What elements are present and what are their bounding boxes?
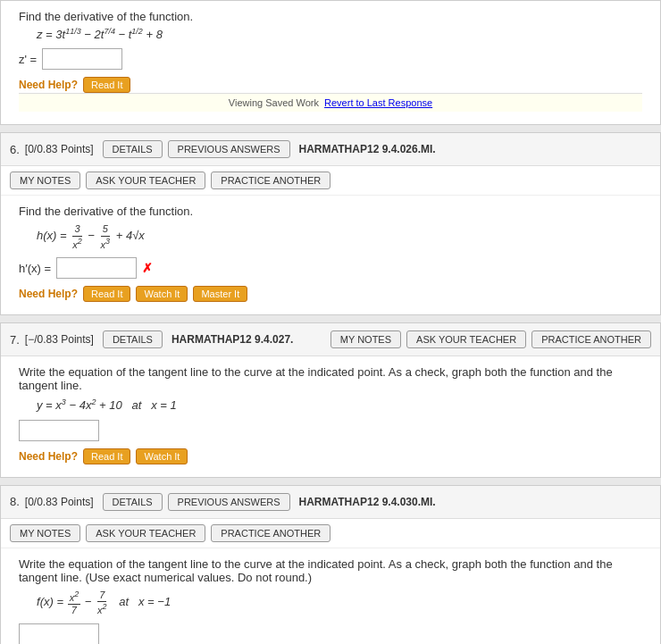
problem-6-answer-row: h′(x) = ✗: [19, 257, 642, 279]
problem-7-number: 7.: [10, 333, 20, 347]
problem-7-block: 7. [−/0.83 Points] DETAILS HARMATHAP12 9…: [0, 322, 661, 477]
problem-6-block: 6. [0/0.83 Points] DETAILS PREVIOUS ANSW…: [0, 132, 661, 315]
problem-7-practice-another-button[interactable]: PRACTICE ANOTHER: [531, 330, 651, 348]
problem-8-answer-row: [19, 623, 642, 644]
problem-8-practice-another-button[interactable]: PRACTICE ANOTHER: [211, 524, 330, 542]
problem-6-id: HARMATHAP12 9.4.026.MI.: [299, 143, 436, 155]
problem-6-need-help-label: Need Help?: [19, 288, 78, 300]
problem-6-master-it-button[interactable]: Master It: [193, 286, 247, 302]
top-section: Find the derivative of the function. z =…: [0, 0, 661, 125]
problem-7-answer-row: [19, 420, 642, 441]
top-answer-label: z' =: [19, 53, 37, 66]
problem-6-header: 6. [0/0.83 Points] DETAILS PREVIOUS ANSW…: [1, 133, 660, 166]
top-answer-row: z' =: [19, 48, 642, 70]
problem-6-description: Find the derivative of the function.: [19, 205, 642, 218]
frac-x2-7: x2 7: [68, 590, 81, 616]
problem-7-read-it-button[interactable]: Read It: [83, 448, 130, 464]
problem-8-previous-answers-button[interactable]: PREVIOUS ANSWERS: [168, 493, 290, 511]
top-answer-input[interactable]: [42, 48, 122, 70]
problem-7-header: 7. [−/0.83 Points] DETAILS HARMATHAP12 9…: [1, 323, 660, 356]
problem-6-need-help-row: Need Help? Read It Watch It Master It: [19, 286, 642, 302]
problem-7-answer-input[interactable]: [19, 420, 99, 441]
problem-6-previous-answers-button[interactable]: PREVIOUS ANSWERS: [168, 140, 290, 158]
top-description: Find the derivative of the function.: [19, 10, 642, 23]
problem-7-details-button[interactable]: DETAILS: [103, 330, 163, 348]
problem-8-block: 8. [0/0.83 Points] DETAILS PREVIOUS ANSW…: [0, 485, 661, 644]
problem-6-notes-row: MY NOTES ASK YOUR TEACHER PRACTICE ANOTH…: [1, 166, 660, 196]
problem-6-watch-it-button[interactable]: Watch It: [136, 286, 188, 302]
problem-8-points: [0/0.83 Points]: [25, 496, 94, 508]
problem-7-content: Write the equation of the tangent line t…: [1, 356, 660, 476]
top-saved-work-bar: Viewing Saved Work Revert to Last Respon…: [19, 93, 642, 112]
problem-7-points: [−/0.83 Points]: [25, 333, 94, 346]
problem-6-number: 6.: [10, 143, 20, 156]
problem-8-content: Write the equation of the tangent line t…: [1, 548, 660, 644]
problem-7-need-help-row: Need Help? Read It Watch It: [19, 448, 642, 464]
problem-7-ask-teacher-button[interactable]: ASK YOUR TEACHER: [406, 330, 526, 348]
problem-7-formula: y = x3 − 4x2 + 10 at x = 1: [37, 397, 642, 412]
top-saved-work-text: Viewing Saved Work: [229, 97, 319, 108]
problem-8-ask-teacher-button[interactable]: ASK YOUR TEACHER: [86, 524, 205, 542]
problem-8-number: 8.: [10, 495, 20, 508]
problem-7-need-help-label: Need Help?: [19, 450, 78, 463]
problem-6-answer-input[interactable]: [56, 257, 137, 279]
top-revert-link[interactable]: Revert to Last Response: [324, 97, 432, 108]
problem-6-error-icon: ✗: [142, 261, 153, 275]
problem-8-my-notes-button[interactable]: MY NOTES: [10, 524, 80, 542]
problem-8-formula: f(x) = x2 7 − 7 x2 at x = −1: [37, 590, 642, 616]
problem-8-answer-input[interactable]: [19, 623, 99, 644]
problem-6-read-it-button[interactable]: Read It: [83, 286, 130, 302]
problem-6-answer-label: h′(x) =: [19, 262, 51, 275]
problem-6-my-notes-button[interactable]: MY NOTES: [10, 171, 80, 189]
frac-7-x2: 7 x2: [96, 590, 109, 616]
problem-8-details-button[interactable]: DETAILS: [103, 493, 163, 511]
problem-6-points: [0/0.83 Points]: [25, 143, 94, 155]
top-read-it-button[interactable]: Read It: [83, 77, 130, 93]
top-need-help-row: Need Help? Read It: [19, 77, 642, 93]
problem-6-details-button[interactable]: DETAILS: [103, 140, 163, 158]
problem-7-watch-it-button[interactable]: Watch It: [136, 448, 188, 464]
top-formula: z = 3t11/3 − 2t7/4 − t1/2 + 8: [37, 27, 642, 41]
top-need-help-label: Need Help?: [19, 79, 78, 91]
frac-5-x3: 5 x3: [99, 223, 113, 250]
problem-8-description: Write the equation of the tangent line t…: [19, 557, 642, 584]
problem-8-notes-row: MY NOTES ASK YOUR TEACHER PRACTICE ANOTH…: [1, 519, 660, 548]
problem-8-header: 8. [0/0.83 Points] DETAILS PREVIOUS ANSW…: [1, 486, 660, 519]
problem-6-content: Find the derivative of the function. h(x…: [1, 196, 660, 314]
problem-8-id: HARMATHAP12 9.4.030.MI.: [299, 496, 436, 508]
problem-7-id: HARMATHAP12 9.4.027.: [172, 333, 294, 346]
problem-6-ask-teacher-button[interactable]: ASK YOUR TEACHER: [86, 171, 205, 189]
problem-7-my-notes-button[interactable]: MY NOTES: [330, 330, 401, 348]
frac-3-x2: 3 x2: [71, 223, 84, 250]
problem-7-description: Write the equation of the tangent line t…: [19, 365, 642, 392]
problem-6-practice-another-button[interactable]: PRACTICE ANOTHER: [211, 171, 330, 189]
problem-6-formula: h(x) = 3 x2 − 5 x3 + 4√x: [37, 223, 642, 250]
